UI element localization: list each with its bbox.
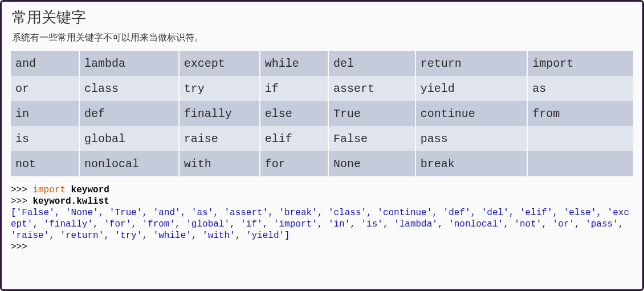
kw-cell: try <box>179 76 260 101</box>
kw-cell: raise <box>179 126 260 151</box>
kw-cell: from <box>527 101 633 126</box>
kw-cell: for <box>260 151 328 176</box>
kw-cell <box>527 126 633 151</box>
kw-cell: None <box>328 151 415 176</box>
kw-cell: True <box>328 101 415 126</box>
keywords-table: and lambda except while del return impor… <box>11 51 633 176</box>
kw-cell: return <box>415 51 528 76</box>
code-import-kw: import <box>32 185 66 195</box>
kw-cell: def <box>79 101 179 126</box>
table-row: is global raise elif False pass <box>11 126 633 151</box>
kw-cell: while <box>260 51 328 76</box>
kw-cell: or <box>11 76 79 101</box>
kw-cell: finally <box>179 101 260 126</box>
section-title: 常用关键字 <box>12 7 633 27</box>
table-row: in def finally else True continue from <box>11 101 633 126</box>
kw-cell: yield <box>415 76 528 101</box>
repl-prompt: >>> <box>11 196 32 207</box>
table-row: not nonlocal with for None break <box>11 151 633 176</box>
kw-cell: nonlocal <box>79 151 179 176</box>
code-text: keyword <box>66 185 109 195</box>
kw-cell: import <box>527 51 633 76</box>
kw-cell: lambda <box>79 51 179 76</box>
kw-cell: global <box>79 126 179 151</box>
kw-cell: not <box>11 151 79 176</box>
repl-prompt: >>> <box>11 242 32 252</box>
kw-cell: except <box>179 51 260 76</box>
kw-cell: elif <box>260 126 328 151</box>
code-text: keyword.kwlist <box>32 196 109 207</box>
kw-cell: else <box>260 101 328 126</box>
kw-cell: assert <box>328 76 415 101</box>
kw-cell: del <box>328 51 415 76</box>
kw-cell: break <box>415 151 528 176</box>
kw-cell: if <box>260 76 328 101</box>
kw-cell: as <box>527 76 633 101</box>
section-subtitle: 系统有一些常用关键字不可以用来当做标识符。 <box>12 32 633 44</box>
repl-output: ['False', 'None', 'True', 'and', 'as', '… <box>11 208 629 241</box>
kw-cell: pass <box>415 126 528 151</box>
kw-cell: in <box>11 101 79 126</box>
table-row: or class try if assert yield as <box>11 76 633 101</box>
kw-cell: is <box>11 126 79 151</box>
kw-cell: class <box>79 76 179 101</box>
table-row: and lambda except while del return impor… <box>11 51 633 76</box>
code-block: >>> import keyword >>> keyword.kwlist ['… <box>11 184 633 253</box>
kw-cell: False <box>328 126 415 151</box>
kw-cell: continue <box>415 101 528 126</box>
document-frame: 常用关键字 系统有一些常用关键字不可以用来当做标识符。 and lambda e… <box>0 0 644 291</box>
kw-cell: with <box>179 151 260 176</box>
repl-prompt: >>> <box>11 185 32 195</box>
kw-cell: and <box>11 51 79 76</box>
kw-cell <box>527 151 633 176</box>
